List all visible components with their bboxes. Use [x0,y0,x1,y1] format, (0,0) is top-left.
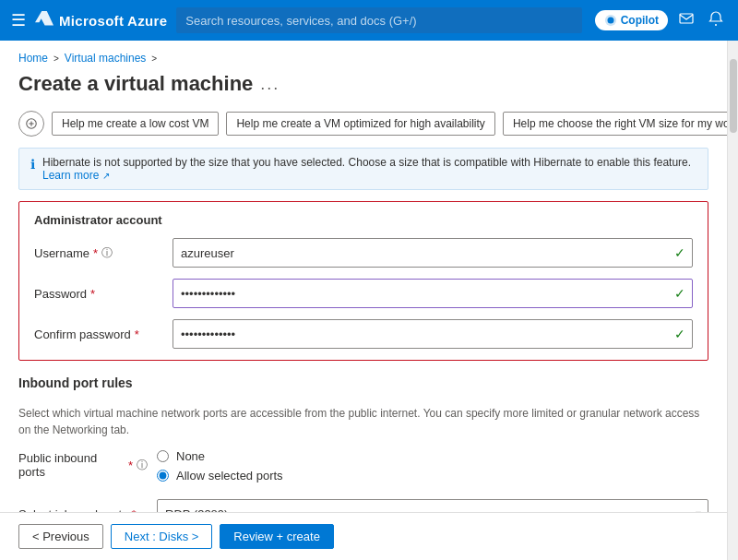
username-row: Username * ⓘ ✓ [34,238,693,268]
page-header: Home > Virtual machines > Create a virtu… [0,41,727,103]
inbound-section-title: Inbound port rules [18,375,708,394]
info-icon: ℹ [30,157,35,172]
page-title: Create a virtual machine [18,72,253,96]
hibernation-info-banner: ℹ Hibernate is not supported by the size… [18,148,708,190]
breadcrumb-sep1: > [54,54,59,64]
more-options-button[interactable]: ... [260,75,280,94]
password-label: Password * [34,287,163,301]
right-size-vm-button[interactable]: Help me choose the right VM size for my … [503,112,727,136]
breadcrumb: Home > Virtual machines > [18,52,708,65]
confirm-password-label: Confirm password * [34,328,163,341]
confirm-password-input-wrap: ✓ [173,319,693,349]
review-create-button[interactable]: Review + create [220,524,334,549]
main-wrapper: Home > Virtual machines > Create a virtu… [0,41,738,560]
copilot-button[interactable]: Copilot [595,10,668,30]
scrollbar-thumb[interactable] [730,59,737,133]
radio-none-label[interactable]: None [176,449,205,463]
confirm-check-icon: ✓ [674,327,685,341]
page-title-row: Create a virtual machine ... [18,72,708,96]
confirm-password-row: Confirm password * ✓ [34,319,693,349]
external-link-icon: ↗ [102,171,110,181]
password-input-wrap: ✓ [173,279,693,308]
top-navigation: ☰ Microsoft Azure Copilot [0,0,738,41]
username-required: * [93,246,98,260]
hibernation-info-text: Hibernate is not supported by the size t… [42,156,691,169]
confirm-password-input[interactable] [173,319,693,349]
previous-button[interactable]: < Previous [18,524,103,549]
learn-more-link[interactable]: Learn more [42,169,99,182]
administrator-account-section: Administrator account Username * ⓘ ✓ Pas… [18,201,708,361]
ai-buttons-row: Help me create a low cost VM Help me cre… [0,103,727,148]
svg-point-3 [715,24,717,26]
svg-rect-2 [680,14,693,23]
breadcrumb-vms[interactable]: Virtual machines [65,52,147,65]
confirm-required: * [135,328,139,341]
breadcrumb-sep2: > [151,54,157,64]
scrollbar[interactable] [727,41,738,560]
global-search-input[interactable] [176,7,582,33]
hamburger-icon[interactable]: ☰ [11,10,26,30]
radio-allow[interactable] [157,470,169,482]
public-ports-info-icon[interactable]: ⓘ [137,458,148,473]
next-button[interactable]: Next : Disks > [111,524,213,549]
password-required: * [90,287,95,301]
ai-icon[interactable] [18,111,44,137]
username-input[interactable] [173,238,693,268]
svg-point-1 [607,18,613,24]
password-input[interactable] [173,279,693,308]
username-input-wrap: ✓ [173,238,693,268]
password-row: Password * ✓ [34,279,693,308]
public-ports-label: Public inbound ports * ⓘ [18,449,148,479]
public-ports-row: Public inbound ports * ⓘ None Allow sele… [18,449,708,488]
public-ports-required: * [128,459,133,472]
bell-icon[interactable] [705,7,727,33]
nav-right-controls: Copilot [595,7,727,33]
bottom-bar: < Previous Next : Disks > Review + creat… [0,512,727,560]
azure-logo: Microsoft Azure [35,11,167,30]
username-check-icon: ✓ [674,245,685,260]
mail-icon[interactable] [675,7,697,33]
inbound-section-desc: Select which virtual machine network por… [18,405,708,438]
admin-section-title: Administrator account [34,213,693,227]
radio-none-row: None [157,449,283,463]
radio-group: None Allow selected ports [157,449,283,488]
high-availability-vm-button[interactable]: Help me create a VM optimized for high a… [226,112,494,136]
radio-allow-label[interactable]: Allow selected ports [176,469,283,483]
breadcrumb-home[interactable]: Home [18,52,48,65]
password-check-icon: ✓ [674,286,685,301]
radio-none[interactable] [157,450,169,462]
username-info-icon[interactable]: ⓘ [101,245,113,261]
low-cost-vm-button[interactable]: Help me create a low cost VM [52,112,219,136]
radio-allow-row: Allow selected ports [157,469,283,483]
content-area: Home > Virtual machines > Create a virtu… [0,41,727,560]
username-label: Username * ⓘ [34,245,163,261]
